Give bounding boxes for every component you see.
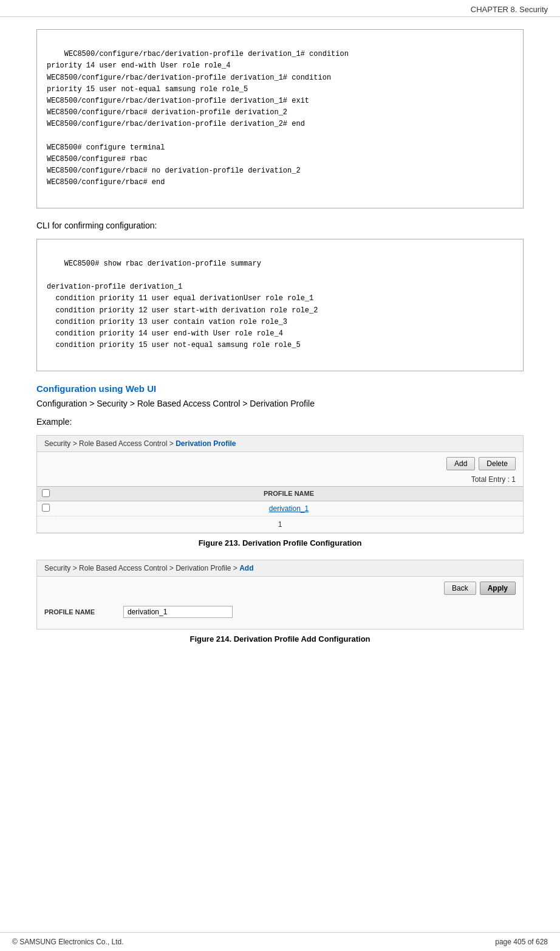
profile-name-row: PROFILE NAME [44,606,516,618]
delete-button[interactable]: Delete [479,457,516,470]
section-heading: Configuration using Web UI [36,383,524,394]
chapter-title: CHAPTER 8. Security [471,5,548,14]
code-block-2: WEC8500# show rbac derivation-profile su… [36,239,524,371]
figure1-mockup: Security > Role Based Access Control > D… [36,435,524,534]
row-checkbox[interactable] [42,504,50,512]
figure1-caption: Figure 213. Derivation Profile Configura… [36,538,524,548]
bc2-current: Add [239,564,253,572]
profile-name-label: PROFILE NAME [44,608,123,616]
checkbox-col-header [37,486,55,501]
example-label: Example: [36,417,524,427]
total-entry: Total Entry : 1 [37,475,523,486]
bc2-profile: Derivation Profile [176,564,231,572]
nav-path: Configuration > Security > Role Based Ac… [36,399,524,408]
figure2-mockup: Security > Role Based Access Control > D… [36,560,524,630]
profile-name-cell[interactable]: derivation_1 [55,501,523,516]
row-checkbox-cell [37,501,55,516]
add-button[interactable]: Add [446,457,475,470]
bc2-security: Security [44,564,70,572]
figure1-breadcrumb: Security > Role Based Access Control > D… [37,436,523,452]
select-all-checkbox[interactable] [42,489,50,497]
bc-sep1: > [73,439,79,448]
table-row: derivation_1 [37,501,523,516]
code-block-1: WEC8500/configure/rbac/derivation-profil… [36,29,524,208]
profile-table: PROFILE NAME derivation_1 1 [37,486,523,533]
bc-rbac: Role Based Access Control [79,439,167,448]
page-number: 1 [37,516,523,532]
bc-current: Derivation Profile [176,439,236,448]
cli-label: CLI for confirming configuration: [36,221,524,230]
bc2-sep1: > [73,564,79,572]
page-content: WEC8500/configure/rbac/derivation-profil… [0,17,560,692]
figure2-toolbar: Back Apply [37,577,523,600]
figure2-breadcrumb: Security > Role Based Access Control > D… [37,560,523,577]
bc2-rbac: Role Based Access Control [79,564,167,572]
footer-left: © SAMSUNG Electronics Co., Ltd. [12,938,124,946]
figure2-caption: Figure 214. Derivation Profile Add Confi… [36,634,524,644]
profile-name-header: PROFILE NAME [55,486,523,501]
bc2-sep2: > [169,564,176,572]
pagination-row: 1 [37,516,523,532]
bc-security: Security [44,439,70,448]
figure1-toolbar: Add Delete [37,452,523,475]
bc-sep2: > [169,439,176,448]
figure2-form: PROFILE NAME [37,600,523,629]
footer-right: page 405 of 628 [495,938,548,946]
apply-button[interactable]: Apply [480,582,516,595]
page-header: CHAPTER 8. Security [0,0,560,17]
back-button[interactable]: Back [444,582,476,595]
profile-name-input[interactable] [123,606,233,618]
bc2-sep3: > [233,564,239,572]
page-footer: © SAMSUNG Electronics Co., Ltd. page 405… [0,932,560,951]
